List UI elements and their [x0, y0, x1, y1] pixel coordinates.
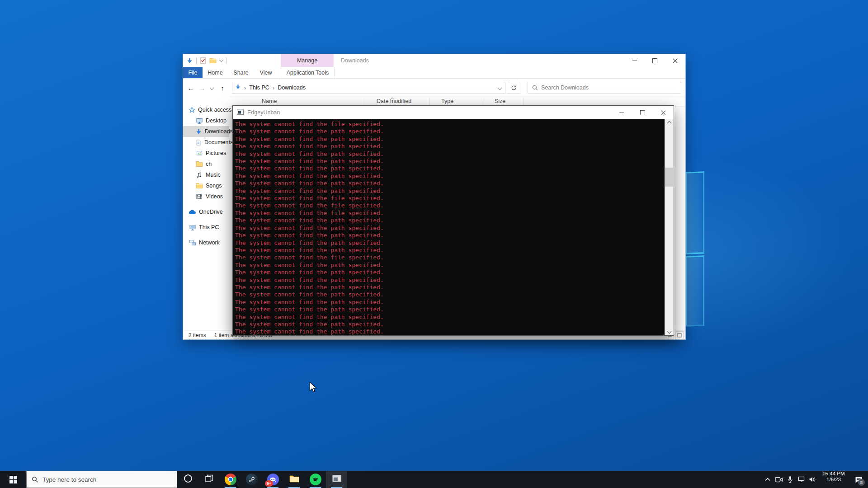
sidebar-item-quick-access[interactable]: Quick access — [183, 104, 229, 115]
document-icon — [195, 139, 202, 146]
qat-checkmark-icon[interactable] — [200, 57, 206, 64]
console-output-line: The system cannot find the file specifie… — [235, 121, 665, 128]
items-count: 2 items — [189, 332, 206, 338]
ribbon-tab-file[interactable]: File — [183, 67, 203, 78]
console-output-line: The system cannot find the path specifie… — [235, 269, 665, 276]
pc-icon — [189, 224, 196, 231]
console-output-line: The system cannot find the path specifie… — [235, 239, 665, 247]
breadcrumb-separator: › — [244, 84, 246, 91]
breadcrumb-this-pc[interactable]: This PC — [249, 84, 269, 91]
start-button[interactable] — [0, 471, 26, 488]
column-header-name[interactable]: Name — [262, 98, 277, 104]
console-output-line: The system cannot find the path specifie… — [235, 143, 665, 150]
breadcrumb-separator: › — [273, 84, 274, 91]
taskbar-clock[interactable]: 05:44 PM 1/6/23 — [818, 471, 849, 488]
sidebar-item-label: Desktop — [206, 117, 226, 124]
separator — [226, 57, 226, 64]
back-button[interactable]: ← — [185, 79, 197, 97]
folder-icon — [195, 161, 203, 167]
sidebar-item-documents[interactable]: Documents — [183, 137, 229, 148]
steam-icon — [246, 474, 258, 485]
search-input[interactable]: Search Downloads — [528, 82, 681, 94]
console-scrollbar[interactable] — [665, 119, 674, 335]
network-display-icon[interactable] — [796, 471, 807, 488]
sidebar-item-this-pc[interactable]: This PC — [183, 222, 229, 233]
console-output-line: The system cannot find the path specifie… — [235, 284, 665, 291]
cortana-icon — [183, 474, 193, 485]
sidebar-item-network[interactable]: Network — [183, 237, 229, 248]
minimize-button[interactable] — [624, 54, 645, 67]
console-minimize-button[interactable] — [611, 106, 632, 119]
action-center-button[interactable]: 8 — [849, 471, 868, 488]
search-placeholder: Search Downloads — [541, 84, 589, 91]
windows-logo-icon — [9, 476, 17, 483]
system-tray — [762, 471, 818, 488]
console-output: The system cannot find the file specifie… — [233, 119, 665, 335]
sidebar-item-downloads[interactable]: Downloads — [183, 126, 229, 137]
console-window-title: EdgeyUnban — [247, 109, 280, 116]
taskbar-file-explorer-button[interactable] — [283, 471, 305, 488]
scrollbar-thumb[interactable] — [665, 168, 673, 187]
hidden-icons-chevron-icon[interactable] — [762, 471, 773, 488]
taskbar-edgeyunban-app-button[interactable] — [326, 471, 347, 488]
console-maximize-button[interactable] — [632, 106, 653, 119]
recent-locations-chevron[interactable] — [208, 79, 216, 97]
up-button[interactable]: ↑ — [217, 79, 228, 97]
ribbon-tab-home[interactable]: Home — [203, 67, 228, 78]
console-output-line: The system cannot find the path specifie… — [235, 247, 665, 254]
sidebar-item-music[interactable]: Music — [183, 169, 229, 180]
sidebar-item-pictures[interactable]: Pictures — [183, 148, 229, 159]
taskbar-cortana-button[interactable] — [177, 471, 198, 488]
taskbar-spotify-button[interactable] — [305, 471, 326, 488]
taskbar-discord-button[interactable]: 9+ — [262, 471, 283, 488]
refresh-button[interactable] — [507, 82, 520, 94]
sidebar-item-ch[interactable]: ch — [183, 159, 229, 169]
console-output-line: The system cannot find the path specifie… — [235, 158, 665, 165]
qat-folder-icon[interactable] — [209, 57, 217, 64]
search-icon — [532, 85, 538, 91]
column-header-date-modified[interactable]: Date modified — [377, 98, 411, 104]
console-output-line: The system cannot find the file specifie… — [235, 210, 665, 217]
sidebar-item-onedrive[interactable]: OneDrive — [183, 206, 229, 217]
taskbar-steam-button[interactable] — [241, 471, 262, 488]
console-output-line: The system cannot find the path specifie… — [235, 217, 665, 224]
taskbar-search-input[interactable]: Type here to search — [26, 471, 177, 488]
notification-count-badge: 8 — [858, 479, 865, 486]
forward-button[interactable]: → — [197, 79, 208, 97]
meet-now-camera-icon[interactable] — [773, 471, 784, 488]
console-titlebar: EdgeyUnban — [233, 106, 674, 119]
thumbnails-view-button[interactable] — [675, 331, 684, 339]
scroll-down-arrow-icon[interactable] — [665, 328, 674, 335]
wallpaper-logo-pane-top — [685, 171, 704, 254]
ribbon-tab-view[interactable]: View — [254, 67, 278, 78]
volume-icon[interactable] — [807, 471, 818, 488]
sidebar-item-label: Pictures — [206, 150, 226, 156]
address-breadcrumb-field[interactable]: › This PC › Downloads — [232, 82, 505, 94]
manage-contextual-tab[interactable]: Manage — [281, 54, 334, 67]
maximize-button[interactable] — [645, 54, 665, 67]
console-output-line: The system cannot find the path specifie… — [235, 173, 665, 180]
taskbar-chrome-button[interactable] — [220, 471, 241, 488]
ribbon-tab-share[interactable]: Share — [228, 67, 254, 78]
microphone-icon[interactable] — [784, 471, 796, 488]
column-header-type[interactable]: Type — [441, 98, 453, 104]
scroll-up-arrow-icon[interactable] — [665, 119, 674, 127]
ribbon-tab-application-tools[interactable]: Application Tools — [281, 67, 335, 78]
address-dropdown-chevron[interactable] — [494, 86, 505, 89]
breadcrumb-downloads[interactable]: Downloads — [278, 84, 306, 91]
console-close-button[interactable] — [653, 106, 674, 119]
column-header-size[interactable]: Size — [495, 98, 505, 104]
console-output-line: The system cannot find the path specifie… — [235, 321, 665, 328]
qat-customize-chevron-icon[interactable] — [220, 60, 223, 61]
sidebar-item-label: Documents — [204, 139, 233, 145]
clock-time: 05:44 PM — [819, 471, 848, 477]
mouse-cursor — [308, 382, 317, 392]
taskbar-task-view-button[interactable] — [198, 471, 220, 488]
sidebar-item-label: OneDrive — [199, 209, 223, 215]
sidebar-item-desktop[interactable]: Desktop — [183, 115, 229, 126]
console-output-line: The system cannot find the path specifie… — [235, 136, 665, 143]
close-button[interactable] — [665, 54, 685, 67]
sidebar-item-songs[interactable]: Songs — [183, 180, 229, 191]
console-output-line: The system cannot find the file specifie… — [235, 254, 665, 261]
sidebar-item-videos[interactable]: Videos — [183, 191, 229, 202]
